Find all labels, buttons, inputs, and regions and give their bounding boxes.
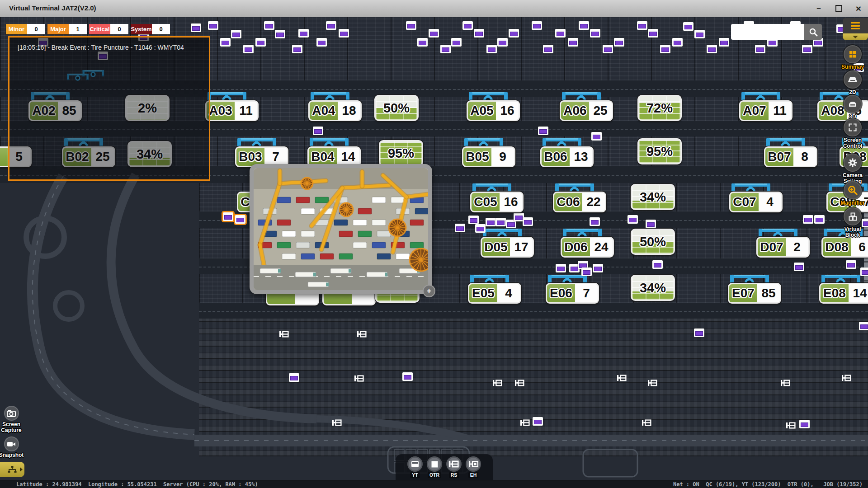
truck-icon[interactable]	[581, 267, 592, 276]
handler-icon[interactable]	[842, 375, 851, 383]
truck-icon[interactable]	[637, 21, 647, 30]
block-label-E05[interactable]: E054	[468, 283, 521, 304]
block-label-A05[interactable]: A0516	[467, 100, 520, 121]
handler-icon[interactable]	[493, 380, 502, 388]
truck-icon[interactable]	[694, 328, 704, 337]
truck-icon[interactable]	[474, 29, 484, 38]
truck-icon[interactable]	[555, 29, 566, 38]
truck-icon[interactable]	[755, 45, 765, 53]
truck-icon[interactable]	[455, 224, 465, 232]
main-menu-button[interactable]	[843, 18, 868, 33]
occupancy-block[interactable]: 95%	[379, 140, 423, 166]
tool-camera-setting[interactable]: CameraSetting	[835, 154, 868, 184]
truck-icon[interactable]	[533, 417, 543, 426]
truck-icon[interactable]	[627, 215, 638, 224]
dock-button-eh[interactable]: EH	[466, 456, 481, 480]
tool-snapshot[interactable]: Snapshot	[0, 436, 25, 458]
truck-icon[interactable]	[264, 21, 274, 30]
truck-icon[interactable]	[590, 217, 600, 226]
truck-icon[interactable]	[672, 38, 683, 47]
truck-icon[interactable]	[646, 220, 656, 228]
truck-icon[interactable]	[538, 127, 548, 135]
truck-icon[interactable]	[475, 224, 486, 233]
handler-icon[interactable]	[354, 375, 364, 384]
handler-icon[interactable]	[279, 331, 289, 339]
truck-icon[interactable]	[235, 215, 245, 224]
truck-icon[interactable]	[523, 217, 533, 226]
truck-icon[interactable]	[593, 264, 603, 272]
truck-icon[interactable]	[243, 45, 254, 53]
search-button[interactable]	[804, 24, 822, 40]
video-expand-button[interactable]: +	[423, 285, 435, 297]
alert-counter-system[interactable]: System0	[131, 24, 170, 34]
block-label-D07[interactable]: D072	[756, 237, 810, 258]
truck-icon[interactable]	[543, 45, 553, 53]
truck-icon[interactable]	[799, 420, 810, 428]
truck-icon[interactable]	[417, 38, 428, 47]
truck-icon[interactable]	[860, 267, 868, 276]
handler-icon[interactable]	[642, 419, 651, 428]
occupancy-block[interactable]: 34%	[631, 275, 675, 301]
truck-icon[interactable]	[495, 218, 506, 226]
block-label-C06[interactable]: C0622	[553, 192, 606, 212]
truck-icon[interactable]	[208, 21, 218, 30]
close-button[interactable]: ×	[854, 4, 863, 14]
block-label-A03[interactable]: A0311	[205, 100, 259, 121]
truck-icon[interactable]	[316, 38, 327, 47]
truck-icon[interactable]	[313, 127, 323, 135]
block-label-E08[interactable]: E0814	[819, 283, 868, 304]
occupancy-block[interactable]: 50%	[374, 95, 419, 121]
truck-icon[interactable]	[556, 264, 566, 272]
tool-summary[interactable]: Summay	[835, 45, 868, 70]
handler-icon[interactable]	[520, 419, 530, 428]
block-label-C05[interactable]: C0516	[470, 192, 524, 212]
block-label-D06[interactable]: D0624	[561, 237, 614, 258]
handler-icon[interactable]	[515, 380, 524, 388]
occupancy-block[interactable]: 95%	[637, 138, 682, 164]
truck-icon[interactable]	[429, 29, 439, 38]
block-label-B06[interactable]: B0613	[540, 146, 594, 167]
truck-icon[interactable]	[486, 45, 497, 53]
maximize-button[interactable]	[834, 4, 844, 14]
truck-icon[interactable]	[191, 23, 201, 32]
truck-icon[interactable]	[683, 22, 693, 31]
truck-icon[interactable]	[468, 216, 479, 224]
alert-counter-major[interactable]: Major1	[47, 24, 87, 34]
truck-icon[interactable]	[859, 322, 868, 330]
tool-3d[interactable]: 3D	[835, 95, 868, 120]
block-label-E07[interactable]: E0785	[728, 283, 781, 304]
occupancy-block[interactable]: 72%	[637, 95, 682, 121]
truck-icon[interactable]	[802, 45, 812, 53]
tool-screen-capture[interactable]: ScreenCapture	[0, 406, 25, 433]
truck-icon[interactable]	[846, 260, 856, 269]
truck-icon[interactable]	[707, 45, 717, 53]
block-label-D08[interactable]: D086	[821, 237, 868, 258]
truck-icon[interactable]	[326, 21, 336, 30]
truck-icon[interactable]	[402, 372, 413, 381]
truck-icon[interactable]	[603, 45, 613, 53]
truck-icon[interactable]	[231, 30, 241, 38]
handler-icon[interactable]	[781, 380, 790, 388]
tool-2d[interactable]: 2D	[835, 70, 868, 95]
truck-icon[interactable]	[590, 29, 600, 38]
truck-icon[interactable]	[648, 29, 658, 38]
truck-icon[interactable]	[814, 215, 825, 224]
truck-icon[interactable]	[451, 38, 462, 47]
search-input[interactable]	[731, 24, 804, 40]
block-label-A06[interactable]: A0625	[560, 100, 613, 121]
truck-icon[interactable]	[255, 38, 266, 47]
truck-icon[interactable]	[289, 373, 299, 382]
truck-icon[interactable]	[462, 21, 473, 30]
truck-icon[interactable]	[803, 215, 813, 224]
block-label-D05[interactable]: D0517	[481, 237, 534, 258]
handler-icon[interactable]	[786, 422, 796, 431]
block-label-E06[interactable]: E067	[546, 283, 599, 304]
handler-icon[interactable]	[357, 331, 367, 339]
minimize-button[interactable]: –	[814, 4, 824, 14]
truck-icon[interactable]	[223, 212, 233, 221]
tool-virtual-block[interactable]: VirtualBlock	[835, 207, 868, 238]
block-label-A07[interactable]: A0711	[739, 100, 793, 121]
tool-magnifier[interactable]: Magnifier	[835, 181, 868, 206]
occupancy-block[interactable]: 34%	[631, 184, 675, 210]
truck-icon[interactable]	[486, 218, 496, 226]
